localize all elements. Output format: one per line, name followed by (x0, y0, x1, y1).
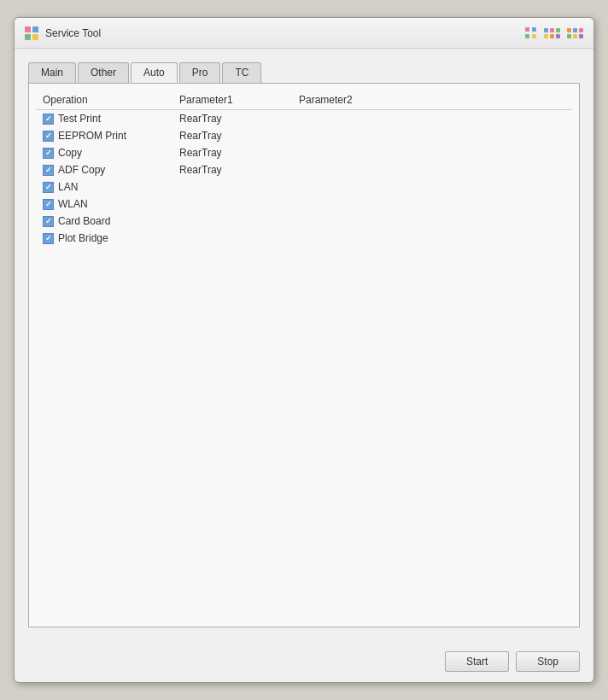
param1-cell (172, 213, 292, 230)
col-param2: Parameter2 (292, 90, 412, 110)
extra-cell (412, 127, 572, 144)
table-row: WLAN (36, 195, 572, 213)
extra-cell (412, 110, 572, 128)
col-operation: Operation (36, 90, 172, 110)
param2-cell (292, 110, 412, 128)
operation-cell: WLAN (36, 195, 172, 213)
param2-cell (292, 161, 412, 178)
operation-checkbox[interactable] (43, 148, 54, 159)
operations-table: Operation Parameter1 Parameter2 Test Pri… (36, 90, 572, 247)
table-row: Plot Bridge (36, 230, 572, 247)
operation-checkbox[interactable] (43, 216, 54, 227)
operation-cell: EEPROM Print (36, 127, 172, 144)
param1-cell: RearTray (172, 110, 292, 128)
operation-cell: LAN (36, 178, 172, 195)
tab-tc[interactable]: TC (222, 62, 261, 83)
table-row: EEPROM PrintRearTray (36, 127, 572, 144)
param2-cell (292, 144, 412, 161)
window-title: Service Tool (45, 27, 101, 39)
col-param1: Parameter1 (172, 90, 292, 110)
stop-button[interactable]: Stop (516, 651, 580, 672)
operation-label: EEPROM Print (58, 130, 126, 142)
param2-cell (292, 213, 412, 230)
svg-rect-0 (25, 26, 31, 32)
table-row: Card Board (36, 213, 572, 230)
tab-other[interactable]: Other (78, 62, 129, 83)
param1-cell: RearTray (172, 127, 292, 144)
param1-cell (172, 178, 292, 195)
svg-rect-3 (32, 34, 38, 40)
table-row: LAN (36, 178, 572, 195)
extra-cell (412, 213, 572, 230)
param1-cell (172, 195, 292, 213)
title-controls (525, 27, 583, 39)
svg-rect-2 (25, 34, 31, 40)
extra-cell (412, 144, 572, 161)
dots-9-icon[interactable] (544, 28, 560, 38)
param2-cell (292, 230, 412, 247)
operation-cell: Copy (36, 144, 172, 161)
dots-4-icon[interactable] (525, 27, 537, 39)
operation-cell: Test Print (36, 110, 172, 128)
table-row: Test PrintRearTray (36, 110, 572, 128)
operation-checkbox[interactable] (43, 114, 54, 125)
operation-checkbox[interactable] (43, 131, 54, 142)
tab-pro[interactable]: Pro (179, 62, 221, 83)
svg-rect-1 (32, 26, 38, 32)
tab-auto[interactable]: Auto (131, 62, 178, 83)
extra-cell (412, 161, 572, 178)
operation-checkbox[interactable] (43, 199, 54, 210)
dots-9-alt-icon[interactable] (567, 28, 583, 38)
extra-cell (412, 230, 572, 247)
app-icon (25, 26, 38, 40)
param2-cell (292, 178, 412, 195)
operation-cell: Card Board (36, 213, 172, 230)
window-content: Main Other Auto Pro TC Operation Paramet… (15, 49, 593, 641)
operation-label: Copy (58, 147, 82, 159)
extra-cell (412, 195, 572, 213)
table-row: ADF CopyRearTray (36, 161, 572, 178)
operation-label: ADF Copy (58, 164, 105, 176)
tabs: Main Other Auto Pro TC (28, 62, 580, 83)
col-extra (412, 90, 572, 110)
operation-label: Card Board (58, 215, 110, 227)
footer: Start Stop (15, 641, 593, 682)
tab-auto-content: Operation Parameter1 Parameter2 Test Pri… (28, 83, 580, 627)
operation-checkbox[interactable] (43, 182, 54, 193)
operation-cell: ADF Copy (36, 161, 172, 178)
main-window: Service Tool (14, 17, 594, 683)
operation-label: WLAN (58, 198, 88, 210)
title-bar: Service Tool (15, 18, 593, 49)
extra-cell (412, 178, 572, 195)
operation-checkbox[interactable] (43, 165, 54, 176)
tab-main[interactable]: Main (28, 62, 76, 83)
start-button[interactable]: Start (445, 651, 509, 672)
param2-cell (292, 127, 412, 144)
table-row: CopyRearTray (36, 144, 572, 161)
param1-cell: RearTray (172, 144, 292, 161)
operation-label: LAN (58, 181, 78, 193)
param2-cell (292, 195, 412, 213)
param1-cell: RearTray (172, 161, 292, 178)
operation-checkbox[interactable] (43, 233, 54, 244)
operation-label: Test Print (58, 113, 101, 125)
operation-label: Plot Bridge (58, 232, 108, 244)
operation-cell: Plot Bridge (36, 230, 172, 247)
param1-cell (172, 230, 292, 247)
